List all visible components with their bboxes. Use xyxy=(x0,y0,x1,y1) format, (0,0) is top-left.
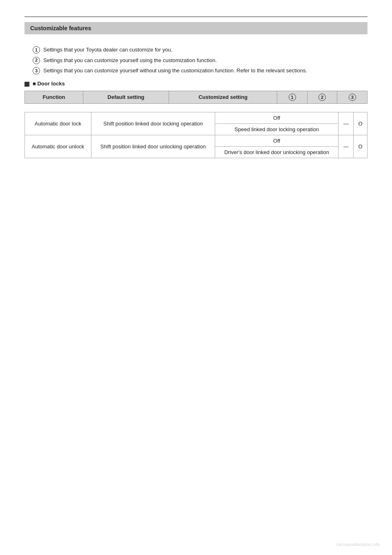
header-table: Function Default setting Customized sett… xyxy=(24,91,368,104)
watermark: carmanualsonline.info xyxy=(336,542,380,547)
page-container: Customizable features 1 Settings that yo… xyxy=(0,0,392,555)
header-row: Function Default setting Customized sett… xyxy=(25,91,368,103)
bullet-text-1: Settings that your Toyota dealer can cus… xyxy=(43,46,172,54)
circle-3: 3 xyxy=(33,67,40,74)
section-header: Customizable features xyxy=(24,22,368,34)
header-circle1: 1 xyxy=(277,91,307,103)
section-label: ■ Door locks xyxy=(24,81,368,87)
feature-table: Automatic door lock Shift position linke… xyxy=(24,112,368,158)
option-lock-1: Off xyxy=(215,112,339,123)
header-function: Function xyxy=(25,91,83,103)
table-row-lock-top: Automatic door lock Shift position linke… xyxy=(25,112,368,123)
header-circle3: 3 xyxy=(337,91,368,103)
function-label-unlock: Automatic door unlock xyxy=(25,135,91,158)
section-label-text: ■ Door locks xyxy=(33,81,65,87)
circle-1: 1 xyxy=(33,46,40,54)
function-label-lock: Automatic door lock xyxy=(25,112,91,135)
black-square-icon xyxy=(24,82,29,87)
col1-unlock: — xyxy=(339,135,354,158)
table-row-unlock-top: Automatic door unlock Shift position lin… xyxy=(25,135,368,146)
bullet-text-3: Settings that you can customize yourself… xyxy=(43,67,307,75)
bullet-item-2: 2 Settings that you can customize yourse… xyxy=(33,56,368,65)
option-unlock-1: Off xyxy=(215,135,339,146)
bullet-list: 1 Settings that your Toyota dealer can c… xyxy=(33,46,368,75)
bullet-item-1: 1 Settings that your Toyota dealer can c… xyxy=(33,46,368,54)
option-unlock-2: Driver's door linked door unlocking oper… xyxy=(215,146,339,158)
col2-unlock: O xyxy=(354,135,368,158)
default-setting-unlock: Shift position linked door unlocking ope… xyxy=(91,135,215,158)
header-default: Default setting xyxy=(83,91,169,103)
col1-lock: — xyxy=(339,112,354,135)
header-customized: Customized setting xyxy=(169,91,277,103)
bullet-text-2: Settings that you can customize yourself… xyxy=(43,56,217,65)
option-lock-2: Speed linked door locking operation xyxy=(215,123,339,135)
top-divider xyxy=(24,16,368,17)
col2-lock: O xyxy=(354,112,368,135)
header-circle2: 2 xyxy=(307,91,337,103)
default-setting-lock: Shift position linked door locking opera… xyxy=(91,112,215,135)
circle-2: 2 xyxy=(33,57,40,64)
bullet-item-3: 3 Settings that you can customize yourse… xyxy=(33,67,368,75)
